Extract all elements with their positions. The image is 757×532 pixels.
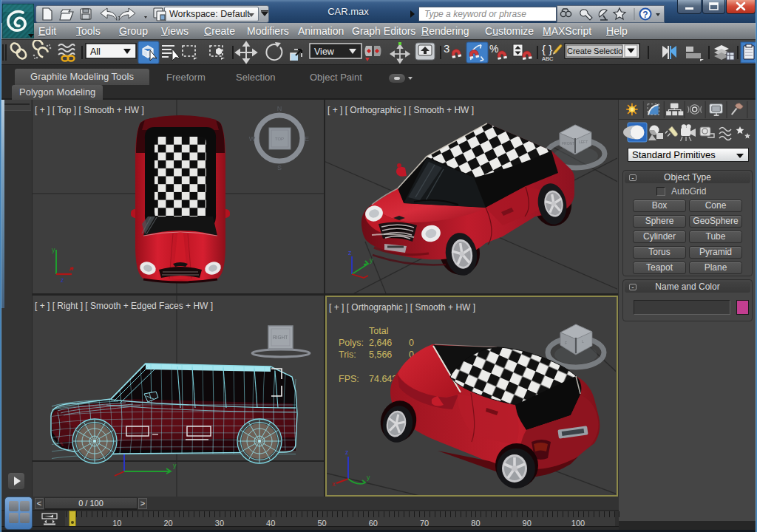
svg-text:z: z (348, 249, 352, 256)
svg-text:y: y (370, 256, 373, 264)
svg-text:3: 3 (444, 42, 449, 55)
svg-text:FRONT: FRONT (562, 141, 574, 146)
svg-text:S: S (277, 164, 282, 171)
svg-text:z: z (345, 449, 349, 456)
svg-text:RIGHT: RIGHT (273, 335, 288, 340)
svg-text:L: L (582, 339, 584, 344)
svg-text:FPS:: FPS: (339, 374, 359, 384)
svg-text:y: y (367, 474, 370, 481)
svg-text:y: y (52, 246, 55, 253)
svg-text:y: y (173, 462, 177, 469)
svg-text:{ }: { } (542, 43, 552, 55)
svg-text:ABC: ABC (542, 55, 554, 62)
svg-text:0: 0 (409, 338, 414, 348)
svg-text:View: View (314, 47, 335, 57)
svg-text:2,646: 2,646 (369, 338, 392, 348)
svg-text:5,566: 5,566 (369, 349, 392, 360)
svg-text:W: W (249, 135, 256, 143)
svg-text:%: % (489, 43, 498, 55)
svg-text:LEFT: LEFT (579, 140, 588, 144)
svg-text:E: E (305, 135, 309, 143)
svg-text:z: z (61, 276, 64, 284)
svg-text:TOP: TOP (275, 137, 284, 141)
svg-text:Tris:: Tris: (339, 349, 356, 360)
svg-text:?: ? (642, 10, 648, 20)
svg-text:All: All (90, 47, 101, 57)
svg-text:Total: Total (369, 326, 388, 336)
svg-text:Polys:: Polys: (339, 338, 364, 348)
svg-text:x: x (332, 480, 336, 488)
svg-text:F: F (565, 341, 567, 345)
svg-text:N: N (277, 105, 282, 112)
